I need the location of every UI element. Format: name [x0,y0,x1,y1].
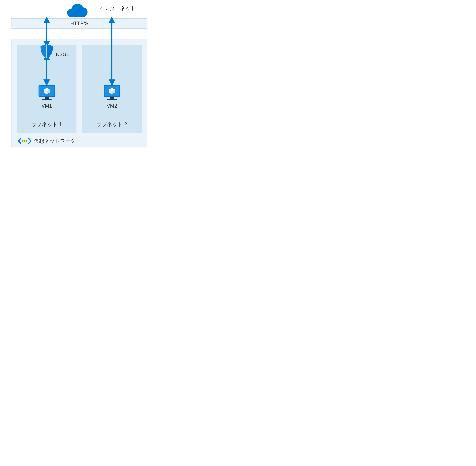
subnet2-label: サブネット 2 [97,121,127,127]
network-diagram: HTTP/S インターネット NSG1 VM1 サブネット 1 [0,0,159,156]
vnet-label: 仮想ネットワーク [34,138,75,144]
svg-point-16 [22,140,24,142]
svg-rect-11 [110,97,114,99]
svg-rect-5 [42,99,52,100]
svg-rect-12 [107,99,117,100]
nsg-label: NSG1 [56,52,69,57]
internet-label: インターネット [99,5,136,11]
cloud-icon [67,4,88,17]
svg-point-18 [26,140,28,142]
svg-point-17 [24,140,26,142]
https-label: HTTP/S [70,21,88,26]
svg-rect-4 [45,97,49,99]
vm2-label: VM2 [107,103,117,109]
vm1-label: VM1 [42,103,52,109]
subnet1-label: サブネット 1 [31,121,62,127]
